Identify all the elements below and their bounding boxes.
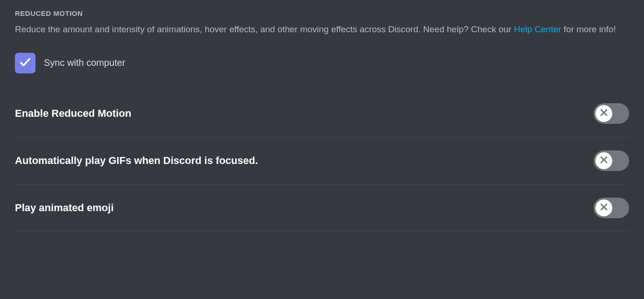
x-icon [599, 202, 609, 214]
sync-checkbox[interactable] [15, 53, 35, 73]
section-description: Reduce the amount and intensity of anima… [15, 23, 622, 36]
toggle-play-animated-emoji[interactable] [594, 198, 629, 218]
description-text-pre: Reduce the amount and intensity of anima… [15, 24, 514, 34]
sync-checkbox-label: Sync with computer [44, 57, 126, 68]
setting-row-autoplay-gifs: Automatically play GIFs when Discord is … [15, 137, 629, 185]
description-text-post: for more info! [561, 24, 616, 34]
toggle-knob [595, 152, 612, 169]
setting-label: Automatically play GIFs when Discord is … [15, 155, 258, 167]
toggle-enable-reduced-motion[interactable] [594, 103, 629, 124]
help-center-link[interactable]: Help Center [514, 24, 561, 34]
setting-label: Enable Reduced Motion [15, 107, 131, 120]
setting-label: Play animated emoji [15, 202, 114, 214]
section-header: REDUCED MOTION [15, 9, 629, 17]
x-icon [599, 108, 609, 119]
toggle-knob [595, 199, 612, 216]
sync-checkbox-row: Sync with computer [15, 53, 629, 73]
toggle-knob [595, 105, 612, 122]
setting-row-play-animated-emoji: Play animated emoji [15, 185, 629, 232]
toggle-autoplay-gifs[interactable] [594, 150, 629, 171]
x-icon [599, 155, 609, 166]
check-icon [19, 56, 32, 71]
setting-row-enable-reduced-motion: Enable Reduced Motion [15, 90, 629, 137]
